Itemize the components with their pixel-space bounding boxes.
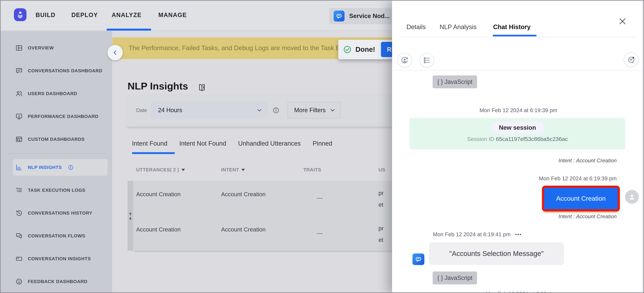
sidebar-item-label: USERS DASHBOARD	[28, 91, 77, 96]
bar-chart-icon	[15, 164, 23, 171]
tab-intent-not-found[interactable]: Intent Not Found	[179, 140, 226, 147]
script-chip[interactable]: { } JavaScript	[433, 75, 477, 88]
message-timestamp: Mon Feb 12 2024 at 6:19:41 pm	[433, 231, 511, 238]
panel-icon	[15, 255, 23, 263]
column-header-user: US	[378, 167, 386, 173]
user-profile-button[interactable]	[397, 53, 412, 67]
user-cell-line: pr	[378, 187, 384, 199]
user-circle-icon	[400, 56, 409, 64]
bot-selector[interactable]: Service Nod...	[329, 8, 392, 24]
column-header-label: UTTERANCES( 2 )	[136, 167, 179, 173]
column-header-intent[interactable]: INTENT	[221, 167, 245, 173]
sidebar-item-nlp-insights[interactable]: NLP INSIGHTS	[1, 159, 112, 175]
filter-bar: Date 24 Hours More Filters	[126, 94, 395, 127]
panel-active-tab-underline	[493, 35, 536, 36]
monitor-check-icon	[15, 113, 23, 120]
sidebar-item-conversation-insights[interactable]: CONVERSATION INSIGHTS	[1, 251, 112, 267]
chat-flows-icon	[15, 232, 23, 240]
new-session-badge: New session	[491, 122, 544, 134]
table-row-traits: ---	[317, 230, 322, 236]
bot-avatar	[412, 254, 424, 265]
session-id-line: Session ID 65ca1197ef53c86ba5c236ac	[410, 136, 625, 142]
sidebar-item-conversations-history[interactable]: CONVERSATIONS HISTORY	[1, 205, 112, 221]
table-row-utterance[interactable]: Account Creation	[136, 226, 180, 233]
sidebar-divider	[7, 153, 105, 154]
more-filters-button[interactable]: More Filters	[288, 102, 340, 118]
user-cell-line: et	[378, 234, 384, 246]
panel-tab-details[interactable]: Details	[406, 23, 426, 31]
column-header-label: US	[378, 167, 386, 173]
nav-item-build[interactable]: BUILD	[36, 11, 56, 18]
intent-annotation: Intent : Account Creation	[558, 158, 617, 164]
panel-tab-nlp-analysis[interactable]: NLP Analysis	[440, 23, 476, 31]
panel-scrollbar[interactable]	[642, 1, 644, 293]
sidebar-item-conversation-flows[interactable]: CONVERSATION FLOWS	[1, 228, 112, 244]
history-clock-icon	[15, 209, 23, 217]
column-header-traits: TRAITS	[303, 167, 321, 173]
sidebar-item-users-dashboard[interactable]: USERS DASHBOARD	[1, 86, 112, 102]
sidebar-item-label: CUSTOM DASHBOARDS	[28, 137, 85, 142]
toast-message: Done!	[356, 45, 375, 53]
chat-chart-icon	[15, 67, 23, 75]
message-timestamp: Mon Feb 12 2024 at 6:19:39 pm	[539, 175, 617, 182]
table-row-user: pr et	[378, 187, 384, 210]
script-chip[interactable]: { } JavaScript	[433, 272, 477, 285]
ordered-list-icon	[422, 56, 431, 64]
nav-item-deploy[interactable]: DEPLOY	[72, 11, 98, 18]
sidebar-collapse-button[interactable]	[108, 45, 123, 60]
row-resize-handle[interactable]	[128, 181, 133, 251]
column-header-utterances[interactable]: UTTERANCES( 2 )	[136, 167, 185, 173]
info-circle-icon[interactable]	[272, 107, 280, 114]
new-session-banner: New session Session ID 65ca1197ef53c86ba…	[410, 118, 625, 149]
date-range-value: 24 Hours	[158, 107, 182, 114]
three-dots-icon[interactable]: •••	[515, 232, 522, 237]
chat-history-panel: Details NLP Analysis Chat History { } Ja…	[392, 1, 644, 293]
nav-item-manage[interactable]: MANAGE	[158, 11, 187, 18]
sidebar-item-conversations-dashboard[interactable]: CONVERSATIONS DASHBOARD	[1, 63, 112, 79]
insights-tabs: Intent Found Intent Not Found Unhandled …	[132, 140, 332, 147]
table-row-utterance[interactable]: Account Creation	[136, 191, 180, 198]
sidebar-item-task-execution-logs[interactable]: TASK EXECUTION LOGS	[1, 182, 112, 198]
grid-icon	[15, 44, 23, 52]
smiley-icon	[15, 278, 23, 286]
column-header-label: TRAITS	[303, 167, 321, 173]
sidebar-item-label: CONVERSATIONS HISTORY	[28, 210, 92, 216]
info-circle-icon[interactable]	[68, 164, 74, 170]
user-message-highlighted[interactable]: Account Creation	[542, 186, 620, 211]
task-list-button[interactable]	[420, 53, 434, 67]
tab-unhandled-utterances[interactable]: Unhandled Utterances	[238, 140, 301, 147]
open-book-icon[interactable]	[197, 83, 207, 93]
close-icon[interactable]	[618, 16, 627, 26]
table-row-traits: ---	[317, 195, 322, 201]
chat-bubble-dot-icon	[627, 55, 636, 64]
caret-down-icon	[241, 169, 245, 171]
sidebar-item-overview[interactable]: OVERVIEW	[1, 40, 112, 56]
user-avatar	[625, 190, 639, 204]
nav-item-analyze[interactable]: ANALYZE	[112, 11, 142, 18]
check-circle-icon	[343, 45, 352, 54]
tab-intent-found[interactable]: Intent Found	[132, 140, 167, 147]
message-timestamp: Mon Feb 12 2024 at 6:19:39 pm	[392, 107, 644, 113]
message-timestamp-partial: Mon Feb 12 2024 at 6:19:4	[392, 291, 644, 293]
layers-icon	[16, 10, 24, 19]
tab-pinned[interactable]: Pinned	[313, 140, 332, 147]
sidebar-item-feedback-dashboard[interactable]: FEEDBACK DASHBOARD	[1, 274, 112, 290]
intent-annotation: Intent : Account Creation	[558, 213, 617, 220]
chat-bot-icon	[414, 256, 422, 263]
date-range-dropdown[interactable]: 24 Hours	[151, 102, 268, 118]
bot-message-text: "Accounts Selection Message"	[450, 250, 544, 258]
sidebar-item-label: FEEDBACK DASHBOARD	[28, 279, 88, 284]
chat-status-button[interactable]	[624, 52, 638, 67]
panel-tab-chat-history[interactable]: Chat History	[493, 23, 530, 31]
sidebar-item-custom-dashboards[interactable]: CUSTOM DASHBOARDS	[1, 131, 112, 147]
user-cell-line: et	[378, 199, 384, 210]
app-logo[interactable]	[14, 8, 26, 21]
sidebar-item-label: TASK EXECUTION LOGS	[28, 188, 86, 193]
panel-toolbar-divider	[394, 70, 644, 70]
chevron-down-icon	[256, 107, 263, 113]
page-title: NLP Insights	[128, 80, 188, 92]
sidebar-item-performance-dashboard[interactable]: PERFORMANCE DASHBOARD	[1, 108, 112, 124]
chat-bot-icon	[334, 10, 344, 21]
window-icon	[15, 135, 23, 143]
date-filter-label: Date	[136, 107, 147, 113]
